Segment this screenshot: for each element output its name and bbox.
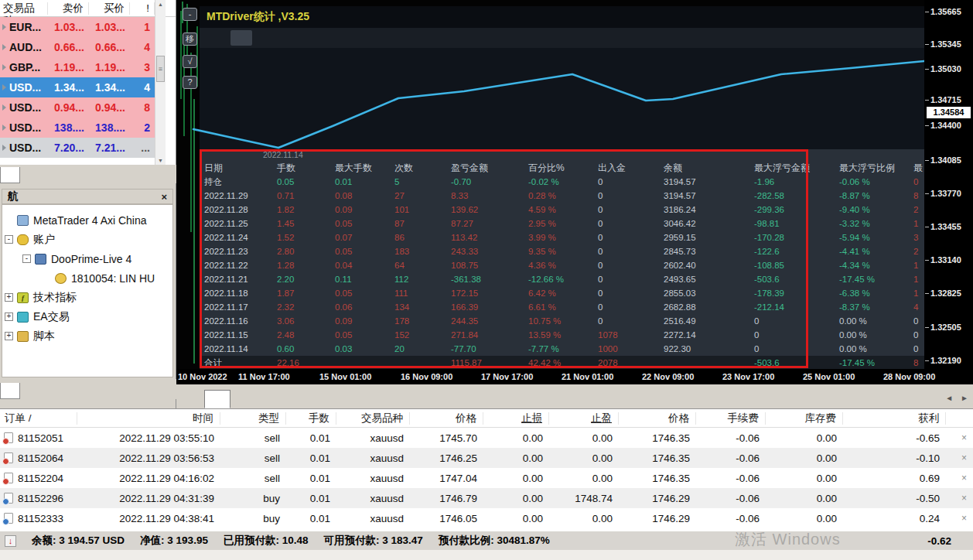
navigator-tree-item[interactable]: + EA交易	[2, 307, 172, 326]
stats-balance-cell: 2959.15	[659, 233, 749, 242]
chart-tab[interactable]	[204, 390, 230, 408]
orders-column-header[interactable]: 库存费	[766, 412, 843, 425]
ea-toolbar-button[interactable]	[382, 30, 404, 46]
ea-toolbar-button[interactable]	[339, 30, 360, 46]
order-row[interactable]: 81152204 2022.11.29 04:16:02 sell 0.01 x…	[0, 468, 973, 488]
orders-column-header[interactable]: 止盈	[549, 412, 619, 425]
market-watch-row[interactable]: AUD... 0.66... 0.66... 4	[0, 37, 155, 57]
market-watch-column-header[interactable]: 交易品种	[0, 2, 48, 15]
tree-expander-icon[interactable]: -	[22, 254, 31, 263]
market-watch-row[interactable]: USD... 7.20... 7.21... ...	[0, 138, 155, 158]
market-watch-column-header[interactable]: !	[130, 2, 155, 15]
market-watch-row[interactable]: EUR... 1.03... 1.03... 1	[0, 17, 155, 37]
ea-toolbar-button[interactable]	[274, 30, 295, 46]
orders-column-header[interactable]: 获利	[843, 412, 946, 425]
orders-column-header[interactable]: 手续费	[696, 412, 766, 425]
navigator-tree-item[interactable]: - DooPrime-Live 4	[2, 249, 172, 268]
stats-date-cell: 2022.11.22	[200, 261, 272, 270]
stats-pnl-cell: 166.39	[446, 302, 524, 312]
close-order-icon[interactable]: ×	[946, 493, 973, 504]
ea-toolbar-button[interactable]	[360, 30, 382, 46]
stats-row: 2022.11.28 1.82 0.09 101 139.62 4.59 % 0…	[200, 203, 924, 217]
ea-toolbar-button[interactable]	[230, 30, 252, 46]
navigator-tree-item[interactable]: MetaTrader 4 Axi China	[2, 210, 172, 230]
close-order-icon[interactable]: ×	[946, 432, 973, 443]
ea-toolbar-button[interactable]	[209, 30, 230, 46]
balance-curve-line	[193, 61, 924, 148]
stats-row: 2022.11.29 0.71 0.08 27 8.33 0.28 % 0 31…	[200, 189, 924, 203]
stats-maxlots-cell: 0.03	[330, 344, 390, 353]
close-order-icon[interactable]: ×	[946, 452, 973, 463]
market-watch-row[interactable]: USD... 0.94... 0.94... 8	[0, 97, 155, 118]
stats-pnl-cell: 108.75	[446, 261, 524, 270]
navigator-tree-item[interactable]: + 技术指标	[2, 288, 172, 307]
orders-column-header[interactable]: 止损	[483, 412, 549, 425]
orders-column-header[interactable]: 时间	[77, 412, 220, 425]
market-watch-header: 交易品种卖价买价!	[0, 0, 176, 17]
stats-pct-cell: 6.61 %	[524, 302, 593, 312]
order-open-price-cell: 1746.05	[410, 513, 483, 524]
price-tick-label: 1.33140	[930, 255, 961, 265]
market-watch-column-header[interactable]: 卖价	[48, 2, 89, 15]
ea-toolbar-button[interactable]	[252, 30, 274, 46]
stats-column-header: 次数	[390, 162, 446, 175]
chart-area[interactable]: MTDriver统计 ,V3.25 -移√? 2022.11.14 日期手数最大…	[176, 0, 973, 384]
orders-column-header[interactable]: 订单 /	[0, 412, 77, 425]
order-time-cell: 2022.11.29 03:55:10	[77, 432, 220, 444]
stats-pnl-cell: 1115.87	[446, 358, 524, 367]
stats-maxddpct-cell: -9.40 %	[835, 205, 909, 214]
chart-side-button[interactable]: ?	[183, 76, 197, 89]
tree-expander-icon[interactable]: +	[5, 332, 13, 340]
order-row[interactable]: 81152296 2022.11.29 04:31:39 buy 0.01 xa…	[0, 488, 973, 508]
chart-tab[interactable]	[179, 390, 204, 408]
chart-side-button[interactable]: -	[183, 8, 197, 21]
navigator-tab[interactable]	[0, 383, 20, 399]
ea-toolbar-button[interactable]	[317, 30, 339, 46]
stats-maxddpct-cell: -6.38 %	[835, 289, 909, 298]
navigator-tree-item[interactable]: - 账户	[2, 230, 172, 249]
tree-expander-icon[interactable]: +	[5, 312, 13, 321]
orders-column-header[interactable]: 手数	[286, 412, 336, 425]
chart-side-button[interactable]: √	[183, 55, 197, 68]
navigator-tree-item[interactable]: + 脚本	[2, 326, 172, 346]
order-row[interactable]: 81152064 2022.11.29 03:56:53 sell 0.01 x…	[0, 448, 973, 468]
order-time-cell: 2022.11.29 03:56:53	[77, 452, 220, 464]
chart-side-button[interactable]: 移	[183, 32, 197, 46]
symbol-cell: USD...	[0, 142, 48, 154]
scroll-down-icon[interactable]: ▼	[155, 158, 166, 163]
navigator-tree-item[interactable]: 1810054: LIN HU	[2, 268, 172, 288]
tab-scroll-left-icon[interactable]: ◄	[945, 394, 953, 402]
market-watch-tab[interactable]	[20, 167, 39, 183]
market-watch-tab[interactable]	[0, 167, 20, 183]
orders-column-header[interactable]: 交易品种	[336, 412, 410, 425]
tab-scroll-right-icon[interactable]: ►	[961, 394, 968, 402]
orders-column-header[interactable]: 类型	[220, 412, 286, 425]
close-order-icon[interactable]: ×	[946, 513, 973, 524]
market-watch-row[interactable]: USD... 138.... 138.... 2	[0, 118, 155, 138]
ea-toolbar-button[interactable]	[295, 30, 317, 46]
order-row[interactable]: 81152333 2022.11.29 04:38:41 buy 0.01 xa…	[0, 508, 973, 528]
spread-cell: 3	[130, 61, 155, 73]
stats-row: 持仓 0.05 0.01 5 -0.70 -0.02 % 0 3194.57 -…	[200, 175, 924, 189]
tree-expander-icon[interactable]: -	[5, 235, 13, 244]
order-sl-cell: 0.00	[483, 493, 549, 504]
stats-pnl-cell: 271.84	[446, 330, 524, 340]
status-arrow-icon[interactable]: ↓	[5, 535, 16, 547]
market-watch-scrollbar[interactable]: ▲ ≡ ▼	[155, 0, 166, 165]
scroll-up-icon[interactable]: ▲	[155, 2, 166, 7]
ea-toolbar-button[interactable]	[489, 30, 501, 46]
market-watch-column-header[interactable]: 买价	[89, 2, 130, 15]
order-row[interactable]: 81152051 2022.11.29 03:55:10 sell 0.01 x…	[0, 428, 973, 448]
ea-toolbar-button[interactable]	[404, 30, 438, 46]
orders-column-header[interactable]: 价格	[619, 412, 696, 425]
close-order-icon[interactable]: ×	[946, 473, 973, 483]
scrollbar-thumb[interactable]: ≡	[156, 56, 165, 82]
orders-column-header[interactable]: 价格	[410, 412, 483, 425]
tree-expander-icon[interactable]: +	[5, 293, 13, 302]
order-ticket-cell: 81152296	[0, 493, 77, 504]
market-watch-row[interactable]: USD... 1.34... 1.34... 4	[0, 77, 155, 97]
market-watch-row[interactable]: GBP... 1.19... 1.19... 3	[0, 57, 155, 77]
price-tick-label: 1.33770	[930, 189, 961, 198]
navigator-tab[interactable]	[20, 383, 39, 399]
close-icon[interactable]: ×	[161, 191, 167, 203]
